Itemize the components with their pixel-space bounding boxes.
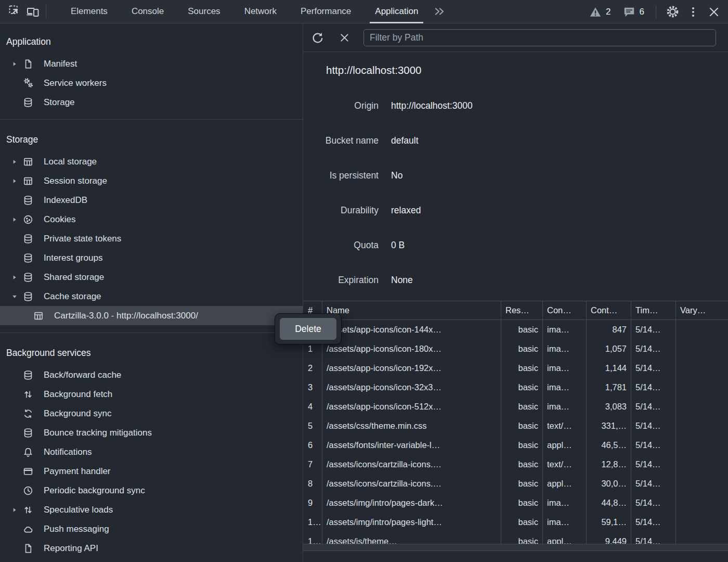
column-header-response-type[interactable]: Res… [501,301,543,320]
table-row[interactable]: 2/assets/app-icons/icon-192x…basicima…1,… [303,359,728,378]
sidebar-item-speculative-loads[interactable]: Speculative loads [0,500,303,519]
table-row[interactable]: 1…/assets/js/theme…basicappl…9,4495/14… [303,532,728,544]
sidebar-item-periodic-background-sync[interactable]: Periodic background sync [0,481,303,500]
sidebar-item-cookies[interactable]: Cookies [0,210,303,229]
cell-time-cached: 5/14… [631,532,676,544]
tab-performance[interactable]: Performance [291,0,360,23]
chevron-right-icon[interactable] [11,216,23,223]
table-row[interactable]: 3/assets/app-icons/icon-32x3…basicima…1,… [303,378,728,397]
cell-response-type: basic [501,416,543,436]
sidebar-item-service-workers[interactable]: Service workers [0,73,303,93]
table-row[interactable]: 4/assets/app-icons/icon-512x…basicima…3,… [303,397,728,416]
sidebar-item-background-sync[interactable]: Background sync [0,404,303,423]
column-header-content-length[interactable]: Cont… [587,301,631,320]
clear-icon[interactable] [336,30,352,45]
cell-time-cached: 5/14… [631,339,676,359]
sidebar-item-back-forward-cache[interactable]: Back/forward cache [0,365,303,385]
settings-gear-icon[interactable] [664,3,681,21]
sidebar-item-storage[interactable]: Storage [0,93,303,112]
sidebar-item-payment-handler[interactable]: Payment handler [0,462,303,481]
column-header-name[interactable]: Name [322,301,501,320]
cell-vary [676,474,728,493]
meta-value: None [391,275,413,286]
table-row[interactable]: 9/assets/img/intro/pages-dark…basicima…4… [303,493,728,513]
cell-response-type: basic [501,339,543,359]
table-row[interactable]: 1…/assets/img/intro/pages-light…basicima… [303,513,728,532]
cell-content-type: ima… [543,339,587,359]
meta-row-quota: Quota 0 B [303,228,728,263]
chevron-right-icon[interactable] [11,178,23,184]
tab-sources[interactable]: Sources [178,0,229,23]
tab-console[interactable]: Console [122,0,173,23]
tab-elements[interactable]: Elements [61,0,117,23]
sidebar-item-label: Push messaging [44,524,109,534]
sidebar-item-shared-storage[interactable]: Shared storage [0,267,303,287]
cell-response-type: basic [501,359,543,378]
horizontal-scrollbar[interactable] [303,544,728,551]
tab-network[interactable]: Network [235,0,286,23]
refresh-icon[interactable] [309,30,325,45]
column-header-vary[interactable]: Vary… [676,301,728,320]
cell-name: /assets/fonts/inter-variable-l… [322,436,501,455]
sidebar-item-private-state-tokens[interactable]: Private state tokens [0,229,303,248]
sidebar-item-label: IndexedDB [44,195,87,206]
sidebar-item-notifications[interactable]: Notifications [0,442,303,462]
table-row[interactable]: 8/assets/icons/cartzilla-icons.…basicapp… [303,474,728,493]
cell-content-length: 3,083 [587,397,631,416]
sidebar-item-reporting-api[interactable]: Reporting API [0,539,303,558]
table-row[interactable]: 1/assets/app-icons/icon-180x…basicima…1,… [303,339,728,359]
sidebar-item-cache-storage[interactable]: Cache storage [0,287,303,306]
clock-icon [23,486,38,496]
cell-name: /assets/icons/cartzilla-icons.… [322,474,501,493]
sidebar-item-local-storage[interactable]: Local storage [0,152,303,171]
sidebar-item-indexeddb[interactable]: IndexedDB [0,190,303,210]
chevron-right-icon[interactable] [11,61,23,67]
panel-tabs: Elements Console Sources Network Perform… [59,0,430,23]
sidebar-item-interest-groups[interactable]: Interest groups [0,248,303,267]
meta-label: Origin [303,100,379,111]
more-tabs-icon[interactable] [430,5,449,18]
chevron-right-icon[interactable] [11,274,23,280]
cell-vary [676,378,728,397]
device-toolbar-icon[interactable] [24,3,42,20]
table-row[interactable]: 5/assets/css/theme.min.cssbasictext/…331… [303,416,728,436]
sidebar-item-label: Background fetch [44,389,112,400]
toolbar-separator [656,5,656,19]
sidebar-item-cache-cartzilla[interactable]: Cartzilla-3.0.0 - http://localhost:3000/ [0,306,303,325]
sidebar-item-label: Manifest [44,59,77,69]
tab-application[interactable]: Application [366,0,427,23]
chevron-down-icon[interactable] [11,293,23,300]
delete-button[interactable]: Delete [280,318,336,340]
cell-response-type: basic [501,455,543,474]
table-row[interactable]: 6/assets/fonts/inter-variable-l…basicapp… [303,436,728,455]
filter-by-path-input[interactable] [363,29,716,46]
console-messages-icon [622,5,636,19]
sidebar-item-label: Periodic background sync [44,486,145,496]
sidebar-item-session-storage[interactable]: Session storage [0,171,303,190]
sidebar-item-label: Notifications [44,447,92,457]
column-header-time-cached[interactable]: Tim… [631,301,676,320]
sidebar-item-label: Bounce tracking mitigations [44,428,152,438]
sidebar-item-bounce-tracking-mitigations[interactable]: Bounce tracking mitigations [0,423,303,442]
sidebar-item-push-messaging[interactable]: Push messaging [0,519,303,539]
sidebar-item-manifest[interactable]: Manifest [0,54,303,73]
cell-content-type: ima… [543,513,587,532]
column-header-content-type[interactable]: Con… [543,301,587,320]
inspect-icon[interactable] [6,3,24,20]
kebab-menu-icon[interactable] [684,3,702,21]
cell-content-type: ima… [543,493,587,513]
console-messages-badge[interactable]: 6 [618,5,648,19]
database-icon [23,195,38,206]
database-icon [23,253,38,263]
database-icon [23,291,38,302]
cell-vary [676,455,728,474]
table-row[interactable]: 0/assets/app-icons/icon-144x…basicima…84… [303,320,728,339]
sidebar-item-background-fetch[interactable]: Background fetch [0,385,303,404]
cell-index: 4 [303,397,322,416]
chevron-right-icon[interactable] [11,507,23,513]
close-icon[interactable] [705,3,723,21]
warnings-badge[interactable]: 2 [584,5,615,19]
cell-time-cached: 5/14… [631,436,676,455]
chevron-right-icon[interactable] [11,159,23,165]
table-row[interactable]: 7/assets/icons/cartzilla-icons.…basictex… [303,455,728,474]
